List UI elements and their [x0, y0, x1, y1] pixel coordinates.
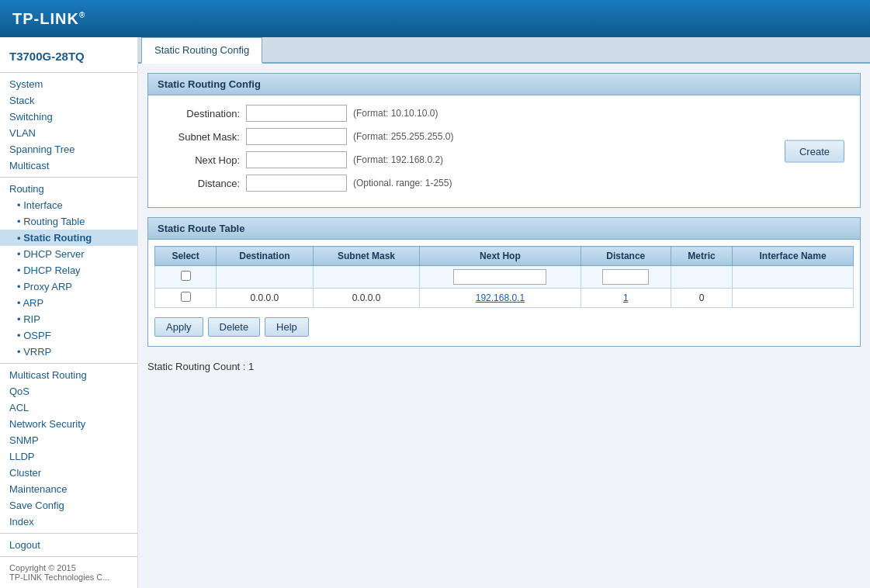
table-header-row: Select Destination Subnet Mask Next Hop … — [155, 247, 854, 266]
sidebar-item-snmp[interactable]: SNMP — [0, 432, 137, 448]
sidebar-item-logout[interactable]: Logout — [0, 537, 137, 553]
row-next-hop: 192.168.0.1 — [420, 289, 581, 308]
edit-select-cell — [155, 266, 217, 289]
table-actions: Apply Delete Help — [154, 314, 854, 340]
config-form-section: Static Routing Config Destination: (Form… — [147, 73, 861, 208]
next-hop-label: Next Hop: — [161, 154, 246, 166]
edit-destination-cell — [217, 266, 314, 289]
table-edit-row — [155, 266, 854, 289]
edit-metric-cell — [671, 266, 732, 289]
create-button[interactable]: Create — [785, 140, 844, 163]
sidebar-item-proxy-arp[interactable]: • Proxy ARP — [0, 278, 137, 295]
subnet-mask-row: Subnet Mask: (Format: 255.255.255.0) — [161, 128, 847, 145]
next-hop-row: Next Hop: (Format: 192.168.0.2) — [161, 151, 847, 168]
sidebar-item-stack[interactable]: Stack — [0, 92, 137, 109]
config-form-body: Destination: (Format: 10.10.10.0) Subnet… — [148, 95, 860, 207]
header: TP-LINK® — [0, 0, 870, 37]
device-name: T3700G-28TQ — [0, 43, 137, 73]
tab-bar: Static Routing Config — [138, 37, 870, 64]
subnet-mask-label: Subnet Mask: — [161, 131, 246, 143]
row-metric: 0 — [671, 289, 732, 308]
distance-row: Distance: (Optional. range: 1-255) — [161, 175, 847, 192]
destination-hint: (Format: 10.10.10.0) — [353, 108, 438, 119]
sidebar-item-dhcp-relay[interactable]: • DHCP Relay — [0, 262, 137, 278]
next-hop-input[interactable] — [246, 151, 347, 168]
sidebar-item-interface[interactable]: • Interface — [0, 197, 137, 213]
divider-multicast-routing — [0, 363, 137, 364]
sidebar-item-routing[interactable]: Routing — [0, 181, 137, 197]
config-form-title: Static Routing Config — [148, 74, 860, 95]
distance-input[interactable] — [246, 175, 347, 192]
sidebar-item-dhcp-server[interactable]: • DHCP Server — [0, 246, 137, 262]
col-next-hop: Next Hop — [420, 247, 581, 266]
main-content: Static Routing Config Static Routing Con… — [138, 37, 870, 588]
sidebar-item-rip[interactable]: • RIP — [0, 311, 137, 327]
layout: T3700G-28TQ System Stack Switching VLAN … — [0, 37, 870, 588]
sidebar-item-lldp[interactable]: LLDP — [0, 448, 137, 465]
sidebar-item-cluster[interactable]: Cluster — [0, 465, 137, 481]
sidebar-item-qos[interactable]: QoS — [0, 383, 137, 399]
sidebar-item-routing-table[interactable]: • Routing Table — [0, 213, 137, 230]
divider-footer — [0, 556, 137, 557]
sidebar: T3700G-28TQ System Stack Switching VLAN … — [0, 37, 138, 588]
route-table-title: Static Route Table — [148, 218, 860, 240]
next-hop-hint: (Format: 192.168.0.2) — [353, 154, 443, 165]
destination-label: Destination: — [161, 108, 246, 119]
sidebar-item-multicast-routing[interactable]: Multicast Routing — [0, 367, 137, 383]
delete-button[interactable]: Delete — [208, 317, 261, 337]
sidebar-item-multicast[interactable]: Multicast — [0, 157, 137, 174]
route-table-body: Select Destination Subnet Mask Next Hop … — [148, 240, 860, 346]
distance-label: Distance: — [161, 178, 246, 189]
divider-routing — [0, 177, 137, 178]
row-select-cell — [155, 289, 217, 308]
sidebar-item-index[interactable]: Index — [0, 514, 137, 530]
reg-mark: ® — [79, 11, 85, 19]
destination-input[interactable] — [246, 105, 347, 122]
sidebar-item-acl[interactable]: ACL — [0, 399, 137, 416]
create-btn-wrap: Create — [785, 140, 844, 163]
tab-static-routing-config[interactable]: Static Routing Config — [141, 37, 262, 64]
edit-row-checkbox[interactable] — [181, 271, 191, 281]
row-interface-name — [733, 289, 854, 308]
col-subnet-mask: Subnet Mask — [313, 247, 420, 266]
edit-distance-cell — [581, 266, 671, 289]
edit-distance-input[interactable] — [602, 269, 649, 285]
row-destination: 0.0.0.0 — [217, 289, 314, 308]
divider-logout — [0, 533, 137, 534]
content-area: Static Routing Config Destination: (Form… — [138, 64, 870, 386]
help-button[interactable]: Help — [265, 317, 309, 337]
destination-row: Destination: (Format: 10.10.10.0) — [161, 105, 847, 122]
sidebar-item-switching[interactable]: Switching — [0, 109, 137, 125]
logo: TP-LINK® — [12, 10, 85, 28]
col-metric: Metric — [671, 247, 732, 266]
subnet-mask-hint: (Format: 255.255.255.0) — [353, 131, 453, 142]
routing-count: Static Routing Count : 1 — [147, 356, 861, 377]
sidebar-item-network-security[interactable]: Network Security — [0, 416, 137, 432]
sidebar-item-ospf[interactable]: • OSPF — [0, 327, 137, 344]
col-destination: Destination — [217, 247, 314, 266]
sidebar-item-static-routing[interactable]: • Static Routing — [0, 230, 137, 246]
col-select: Select — [155, 247, 217, 266]
sidebar-item-vrrp[interactable]: • VRRP — [0, 344, 137, 360]
sidebar-item-maintenance[interactable]: Maintenance — [0, 481, 137, 497]
sidebar-item-save-config[interactable]: Save Config — [0, 497, 137, 514]
sidebar-item-vlan[interactable]: VLAN — [0, 125, 137, 141]
edit-nexthop-input[interactable] — [453, 269, 546, 285]
col-distance: Distance — [581, 247, 671, 266]
edit-nexthop-cell — [420, 266, 581, 289]
row-subnet-mask: 0.0.0.0 — [313, 289, 420, 308]
edit-interface-cell — [733, 266, 854, 289]
route-table-section: Static Route Table Select Destination Su… — [147, 217, 861, 347]
sidebar-item-spanning-tree[interactable]: Spanning Tree — [0, 141, 137, 157]
edit-subnet-cell — [313, 266, 420, 289]
row-distance: 1 — [581, 289, 671, 308]
row-checkbox[interactable] — [181, 292, 191, 302]
apply-button[interactable]: Apply — [154, 317, 203, 337]
col-interface-name: Interface Name — [733, 247, 854, 266]
copyright: Copyright © 2015 TP-LINK Technologies C.… — [0, 560, 137, 585]
sidebar-item-system[interactable]: System — [0, 76, 137, 92]
subnet-mask-input[interactable] — [246, 128, 347, 145]
distance-hint: (Optional. range: 1-255) — [353, 178, 452, 189]
sidebar-item-arp[interactable]: • ARP — [0, 295, 137, 311]
route-table: Select Destination Subnet Mask Next Hop … — [154, 246, 854, 308]
